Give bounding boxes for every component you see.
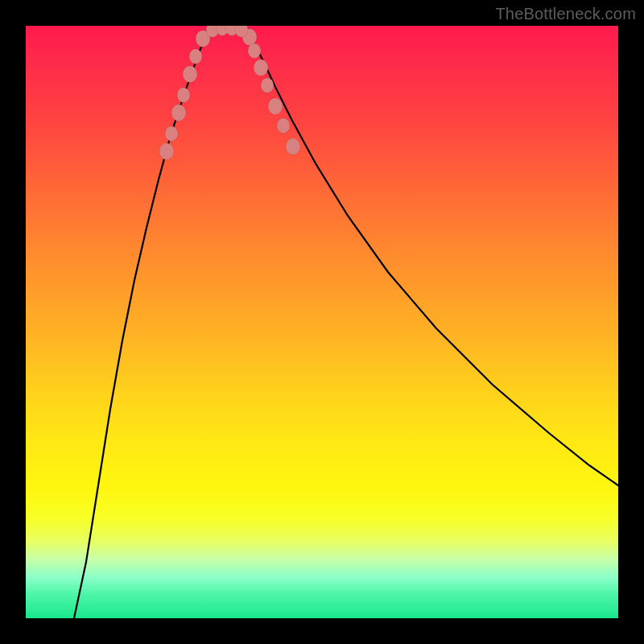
bead-right-1 bbox=[248, 43, 261, 58]
chart-stage: TheBottleneck.com bbox=[0, 0, 644, 644]
plot-area bbox=[26, 26, 618, 618]
bead-left-2 bbox=[171, 105, 186, 122]
bead-right-5 bbox=[277, 118, 290, 133]
bead-left-3 bbox=[177, 88, 190, 102]
bead-left-5 bbox=[189, 49, 202, 64]
bead-right-6 bbox=[286, 138, 300, 155]
bead-left-4 bbox=[183, 66, 197, 83]
watermark-text: TheBottleneck.com bbox=[495, 5, 636, 23]
bead-right-2 bbox=[254, 60, 268, 76]
curve-left bbox=[74, 28, 213, 618]
curve-svg bbox=[26, 26, 618, 618]
curve-right bbox=[243, 28, 618, 485]
bead-left-0 bbox=[159, 143, 174, 160]
bead-left-1 bbox=[165, 126, 178, 141]
bead-right-4 bbox=[268, 98, 283, 115]
bead-right-3 bbox=[261, 78, 274, 93]
